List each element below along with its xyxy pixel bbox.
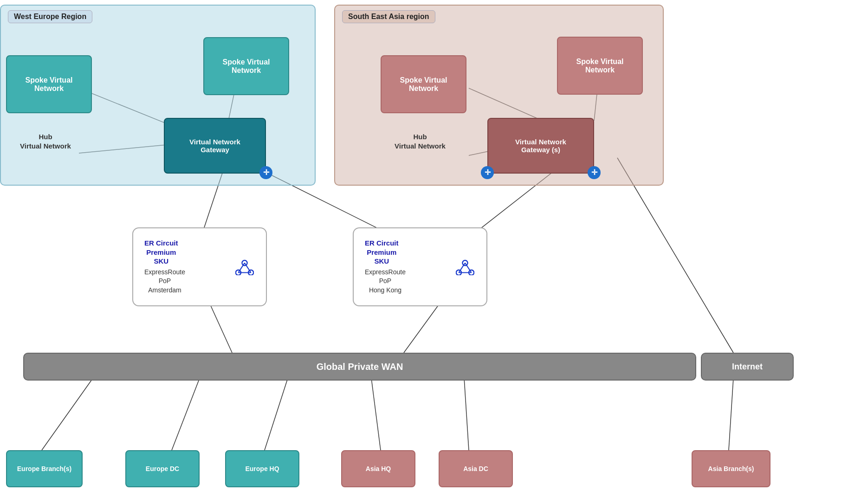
svg-line-14: [265, 378, 288, 450]
europe-branches: Europe Branch(s): [6, 450, 83, 487]
svg-line-22: [245, 263, 251, 273]
er-amsterdam-pop: ExpressRoute PoP Amsterdam: [144, 268, 185, 295]
er-circuit-hk: ER Circuit Premium SKU ExpressRoute PoP …: [353, 227, 487, 306]
spoke-vnet-west-left: Spoke Virtual Network: [6, 55, 92, 113]
svg-line-9: [617, 158, 733, 353]
internet: Internet: [701, 353, 794, 381]
gateway-sea-icon-left: ✛: [481, 166, 494, 179]
svg-line-17: [729, 378, 733, 450]
network-diagram: West Europe Region South East Asia regio…: [0, 0, 848, 504]
region-sea-label: South East Asia region: [342, 10, 435, 23]
region-west-label: West Europe Region: [8, 10, 92, 23]
svg-line-21: [238, 263, 245, 273]
svg-line-28: [465, 263, 472, 273]
spoke-vnet-west-right: Spoke Virtual Network: [203, 37, 289, 95]
gateway-sea: Virtual Network Gateway (s) ✛ ✛: [487, 118, 594, 174]
gateway-west-icon: ✛: [259, 166, 272, 179]
er-amsterdam-title: ER Circuit Premium SKU: [144, 239, 178, 266]
svg-line-11: [404, 302, 441, 353]
er-circuit-amsterdam: ER Circuit Premium SKU ExpressRoute PoP …: [132, 227, 267, 306]
er-amsterdam-triangle-icon: [235, 258, 254, 275]
er-hk-title: ER Circuit Premium SKU: [365, 239, 399, 266]
svg-line-16: [464, 378, 469, 450]
global-wan: Global Private WAN: [23, 353, 696, 381]
gateway-west: Virtual Network Gateway ✛: [164, 118, 266, 174]
spoke-vnet-sea-left: Spoke Virtual Network: [381, 55, 466, 113]
europe-hq: Europe HQ: [225, 450, 299, 487]
svg-point-18: [242, 260, 247, 265]
svg-line-10: [209, 302, 232, 353]
europe-dc: Europe DC: [125, 450, 200, 487]
asia-hq: Asia HQ: [341, 450, 415, 487]
spoke-vnet-sea-right: Spoke Virtual Network: [557, 37, 643, 95]
er-hk-triangle-icon: [456, 258, 474, 275]
svg-line-13: [172, 378, 200, 450]
svg-line-15: [371, 378, 381, 450]
hub-vnet-sea: Hub Virtual Network: [383, 132, 457, 150]
svg-point-24: [462, 260, 467, 265]
svg-line-12: [42, 378, 93, 450]
hub-vnet-west: Hub Virtual Network: [8, 132, 83, 150]
svg-line-27: [459, 263, 465, 273]
asia-dc: Asia DC: [439, 450, 513, 487]
gateway-sea-icon-right: ✛: [588, 166, 601, 179]
asia-branches: Asia Branch(s): [692, 450, 770, 487]
er-hk-pop: ExpressRoute PoP Hong Kong: [365, 268, 406, 295]
